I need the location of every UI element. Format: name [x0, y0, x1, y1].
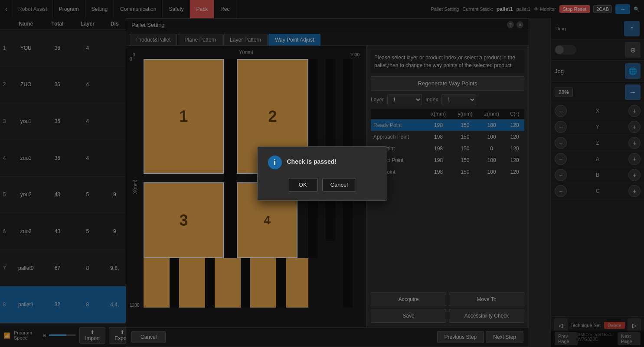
modal-dialog: i Check is passed! OK Cancel — [257, 146, 387, 201]
modal-message: Check is passed! — [287, 158, 337, 165]
modal-buttons: OK Cancel — [268, 178, 376, 191]
modal-info-icon: i — [268, 156, 282, 169]
modal-cancel-button[interactable]: Cancel — [322, 178, 356, 191]
modal-overlay: i Check is passed! OK Cancel — [0, 0, 644, 347]
modal-ok-button[interactable]: OK — [288, 178, 318, 191]
modal-content: i Check is passed! — [268, 156, 376, 169]
